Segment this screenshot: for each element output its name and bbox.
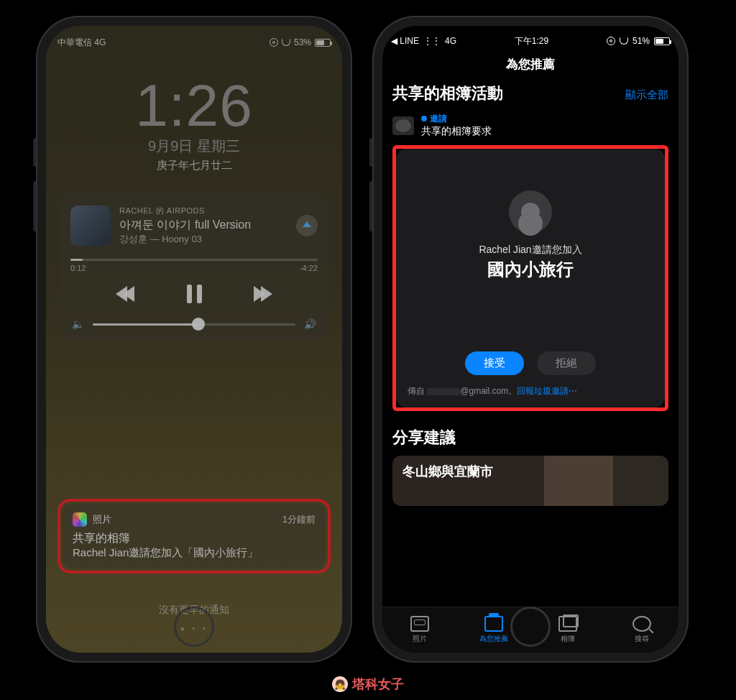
accept-button[interactable]: 接受 [465,351,524,375]
library-icon [410,616,429,632]
search-icon [632,616,651,632]
watermark: 👧 塔科女子 [332,676,404,693]
notification-app-name: 照片 [93,513,111,526]
photos-notification[interactable]: 照片 1分鐘前 共享的相簿 Rachel Jian邀請您加入「國內小旅行」 [63,504,326,568]
home-button[interactable] [174,607,214,647]
tab-library[interactable]: 照片 [382,607,456,653]
tab-search[interactable]: 搜尋 [604,607,678,653]
status-bar: 中華電信 4G 53% [46,26,342,52]
notification-title: 共享的相簿 [73,531,316,546]
time-remaining: -4:22 [300,264,318,272]
show-all-link[interactable]: 顯示全部 [625,88,668,102]
battery-percent: 53% [294,37,311,47]
volume-low-icon: 🔈 [72,318,84,330]
time-elapsed: 0:12 [70,264,86,272]
battery-icon [315,39,331,47]
contact-icon [392,116,414,135]
for-you-icon [484,616,503,632]
notification-time: 1分鐘前 [282,513,316,526]
invite-line: Rachel Jian邀請您加入 [479,244,581,257]
share-request-row[interactable]: 邀請 共享的相簿要求 [392,113,668,138]
report-junk-link[interactable]: 回報垃圾邀請⋯ [517,386,577,396]
invite-card: Rachel Jian邀請您加入 國內小旅行 接受 拒絕 傳自 @gmail.c… [396,149,665,407]
suggestion-card[interactable]: 冬山鄉與宜蘭市 [392,456,668,506]
avatar-placeholder-icon [509,190,552,234]
back-to-app[interactable]: ◀ LINE [391,36,419,46]
rewind-button[interactable] [111,280,139,308]
annotation-highlight: 照片 1分鐘前 共享的相簿 Rachel Jian邀請您加入「國內小旅行」 [58,499,331,574]
phone-left: 中華電信 4G 53% 1:26 9月9日 星期三 庚子年七月廿二 RACHEL… [36,16,352,663]
sharing-suggestions-heading: 分享建議 [392,427,668,448]
nav-title: 為您推薦 [382,50,678,80]
carrier-label: 中華電信 4G [58,37,106,49]
suggestion-title: 冬山鄉與宜蘭市 [402,464,493,479]
track-title: 아껴둔 이야기 full Version [119,218,288,233]
headphones-icon [282,39,290,46]
battery-percent: 51% [632,36,650,46]
scrubber[interactable] [70,259,318,261]
request-label: 共享的相簿要求 [421,125,492,138]
battery-icon [654,37,670,45]
phone-right: ◀ LINE ⋮⋮ 4G 下午1:29 51% 為您推薦 共享的相簿活動 顯示全… [372,16,689,663]
recording-indicator-icon [270,38,278,47]
invite-badge: 邀請 [430,114,447,124]
annotation-highlight: Rachel Jian邀請您加入 國內小旅行 接受 拒絕 傳自 @gmail.c… [392,145,668,411]
photos-app-screen: ◀ LINE ⋮⋮ 4G 下午1:29 51% 為您推薦 共享的相簿活動 顯示全… [382,26,678,653]
reject-button[interactable]: 拒絕 [537,351,596,375]
headphones-icon [620,37,628,45]
invite-album-name: 國內小旅行 [487,258,574,281]
albums-icon [558,616,577,632]
redacted-email [427,388,460,395]
audio-output-label: RACHEL 的 AIRPODS [119,206,288,216]
lock-screen: 中華電信 4G 53% 1:26 9月9日 星期三 庚子年七月廿二 RACHEL… [46,26,342,653]
network-label: 4G [445,36,456,46]
status-time: 下午1:29 [515,35,548,47]
watermark-text: 塔科女子 [352,676,404,693]
photos-app-icon [73,512,87,527]
now-playing-widget[interactable]: RACHEL 的 AIRPODS 아껴둔 이야기 full Version 강성… [59,194,329,340]
track-artist: 강성훈 — Hoony 03 [119,233,288,246]
forward-button[interactable] [249,280,277,308]
notification-body: Rachel Jian邀請您加入「國內小旅行」 [73,546,316,560]
status-bar: ◀ LINE ⋮⋮ 4G 下午1:29 51% [382,26,678,50]
section-heading: 共享的相簿活動 [392,83,503,104]
volume-slider[interactable] [93,323,295,326]
watermark-icon: 👧 [332,676,348,692]
volume-high-icon: 🔊 [304,318,316,330]
album-art [70,206,111,246]
home-button[interactable] [510,607,551,647]
signal-icon: ⋮⋮ [423,36,441,46]
clock-lunar: 庚子年七月廿二 [46,159,342,172]
recording-indicator-icon [607,37,615,45]
airplay-button[interactable] [296,215,318,236]
invite-from-line: 傳自 @gmail.com。回報垃圾邀請⋯ [408,385,577,397]
pause-button[interactable] [180,280,208,308]
